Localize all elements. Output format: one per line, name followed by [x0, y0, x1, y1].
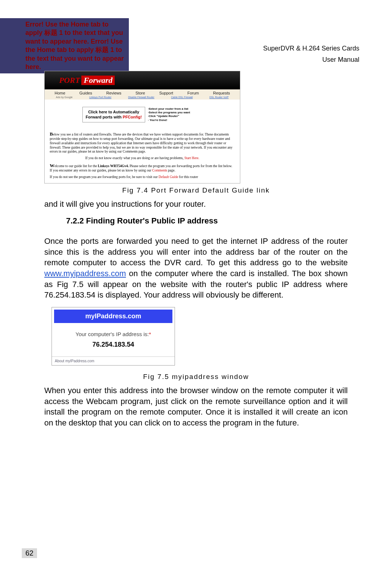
pf-para2: If you do not know exactly what you are …	[50, 156, 235, 161]
nav-forum[interactable]: Forum	[187, 91, 199, 95]
pf-para1-text: elow you see a list of routers and firew…	[50, 133, 232, 154]
pf-body: Click here to Automatically Forward port…	[45, 100, 240, 183]
myip-footer-link[interactable]: About myIPaddress.com	[52, 356, 175, 365]
nav-requests[interactable]: Requests	[213, 91, 230, 95]
myip-label: Your computer's IP address is:*	[52, 331, 175, 337]
pf-para3: Welcome to our guide list for the Linksy…	[50, 163, 235, 173]
nav-support[interactable]: Support	[159, 91, 173, 95]
router-model: Linksys WRT54Gv4.	[98, 164, 129, 168]
pf-bullets: ·Select your router from a list ·Select …	[148, 107, 190, 122]
pf-subnav: Ads by Google Linksys Port Router Disabl…	[45, 96, 240, 100]
nav-store[interactable]: Store	[135, 91, 145, 95]
nav-home[interactable]: Home	[55, 91, 65, 95]
cta-line1: Click here to Automatically	[86, 109, 142, 114]
fig75-caption: Fig 7.5 myipaddress window	[44, 373, 348, 381]
myip-ip-value: 76.254.183.54	[52, 341, 175, 348]
subnav-link-2[interactable]: Disable Firewall Router	[128, 96, 154, 98]
error-header: Error! Use the Home tab to apply 标题 1 to…	[0, 18, 129, 73]
section-722-title: 7.2.2 Finding Router's Public IP address	[66, 216, 348, 226]
body-line1: and it will give you instructions for yo…	[44, 199, 348, 210]
p4c: for this router	[178, 175, 198, 179]
subnav-link-3[interactable]: Cable DSL Firewall	[171, 96, 193, 98]
p3e: page.	[167, 169, 175, 172]
body-para2: Once the ports are forwarded you need to…	[44, 236, 348, 300]
body-para3: When you enter this address into the bro…	[44, 385, 348, 428]
myip-star: *	[149, 331, 151, 337]
pf-nav: Home Guides Reviews Store Support Forum …	[45, 89, 240, 96]
cta-pfconfig: PFConfig!	[123, 115, 142, 119]
product-name: SuperDVR & H.264 Series Cards	[263, 43, 359, 54]
p3a: elcome to our guide list for the	[54, 164, 98, 168]
nav-reviews[interactable]: Reviews	[106, 91, 122, 95]
fig74-caption: Fig 7.4 Port Forward Default Guide link	[44, 186, 348, 194]
ads-by-google: Ads by Google	[56, 96, 73, 98]
subnav-link-4[interactable]: DSL Router VoIP	[209, 96, 229, 98]
myipaddress-url[interactable]: www.myipaddress.com	[44, 269, 126, 278]
doc-header-right: SuperDVR & H.264 Series Cards User Manua…	[263, 43, 359, 65]
manual-label: User Manual	[263, 54, 359, 65]
p4a: If you do not see the program you are fo…	[50, 175, 159, 179]
default-guide-link[interactable]: Default Guide	[159, 175, 178, 179]
pf-cta-box[interactable]: Click here to Automatically Forward port…	[82, 107, 145, 122]
figure-myipaddress: myIPaddress.com Your computer's IP addre…	[52, 307, 175, 366]
comments-link[interactable]: Comments	[152, 169, 167, 172]
pf-topbar: PORT Forward	[45, 71, 240, 89]
para2a: Once the ports are forwarded you need to…	[44, 237, 348, 267]
myip-title: myIPaddress.com	[54, 310, 172, 323]
myip-label-text: Your computer's IP address is:	[75, 331, 149, 337]
nav-guides[interactable]: Guides	[79, 91, 92, 95]
pf-para4: If you do not see the program you are fo…	[50, 175, 235, 179]
pf-logo-port: PORT	[59, 76, 80, 85]
start-here-link[interactable]: Start Here.	[184, 156, 199, 160]
subnav-link-1[interactable]: Linksys Port Router	[89, 96, 111, 98]
figure-portforward: PORT Forward Home Guides Reviews Store S…	[44, 71, 240, 183]
pf-para2a: If you do not know exactly what you are …	[85, 156, 184, 160]
page-number: 62	[22, 548, 37, 558]
pf-para1: Below you see a list of routers and fire…	[50, 131, 235, 154]
cta-line2a: Forward ports with	[86, 115, 123, 119]
pf-logo-forward: Forward	[81, 76, 114, 85]
